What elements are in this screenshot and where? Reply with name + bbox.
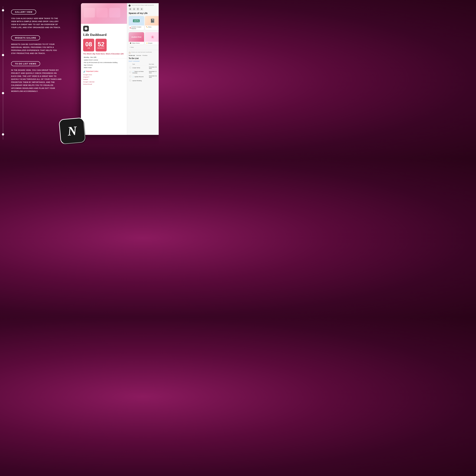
am-pm-label: AM — [87, 47, 90, 49]
space-card-student-first[interactable]: student first 🎓 Class Home — [129, 32, 144, 45]
table-icon: 📋 — [129, 52, 131, 53]
spaces-icons-row: ⊞ ★ ☰ ⊗ — [129, 7, 159, 11]
notion-app-icon — [83, 26, 89, 32]
student-first-label: 🎓 Class Home — [129, 42, 144, 45]
notion-logo-small: 🅝 — [129, 5, 131, 7]
task-name: Upload Wedding — [132, 79, 148, 82]
doc-icon: 📄 — [132, 76, 134, 77]
notion-dashboard-panel: Life Dashboard 08 AM 52 MONDAY This Week… — [81, 3, 159, 135]
due-date: December 15, 2022 — [149, 66, 159, 70]
hour-number: 08 — [85, 41, 92, 47]
feature-gallery: Gallery View You can also easily add new… — [5, 10, 62, 29]
gallery-view-tag: Gallery View — [11, 10, 36, 15]
space-card-diary[interactable]: 📓 ✏️ Diary — [145, 16, 159, 30]
col-checkbox — [129, 63, 132, 65]
timeline-dot-3 — [2, 92, 4, 94]
gallery-view-text: You can also easily add new tasks to the… — [11, 17, 62, 29]
feature-widgets: Widgets Galore Widgets can be customized… — [5, 35, 62, 55]
todo-tabs: To Do List Calendar Prioritize — [129, 55, 159, 56]
checkbox[interactable] — [130, 76, 131, 77]
tab-todo-list[interactable]: To Do List — [129, 55, 135, 56]
done-filter[interactable]: Done?: Unchecked — [129, 60, 159, 62]
links-title: Important Links: — [86, 70, 99, 72]
todo-row: Create TikTok December 15, 2022 — [129, 66, 159, 70]
left-panel: Gallery View You can also easily add new… — [5, 5, 62, 97]
widgets-galore-tag: Widgets Galore — [11, 35, 40, 40]
notion-cube-sticker: N — [60, 119, 87, 146]
diary-label: ✏️ Diary — [145, 26, 159, 28]
timeline-dot-1 — [2, 9, 4, 11]
due-date: December 18, 2022 — [149, 75, 159, 79]
spaces-panel: 🅝 You're next best thing is right around… — [127, 3, 159, 135]
school-icon: 🎓 — [130, 42, 131, 44]
day-label: MONDAY — [97, 47, 104, 49]
timeline-dot-2 — [2, 54, 4, 56]
widgets-galore-text: Widgets can be customized to fit your in… — [11, 43, 62, 55]
tab-calendar[interactable]: Calendar — [136, 55, 141, 56]
due-date: December 17, 2022 — [149, 70, 159, 74]
todo-views-tag: To-Do List Views — [11, 61, 40, 66]
star-icon[interactable]: ★ — [133, 7, 136, 11]
content-creator-image: CONTENTCREATOR — [129, 16, 144, 26]
task-name: 📄 Update Resume — [132, 75, 148, 79]
divider — [129, 50, 159, 50]
space-card-content-creator[interactable]: CONTENTCREATOR ◼ Content Creator Planner — [129, 16, 144, 30]
due-date — [149, 79, 159, 82]
todo-title: To Do List — [129, 57, 159, 60]
bookmark-icon: ◼ — [130, 27, 131, 29]
student-first-image: student first — [129, 32, 144, 42]
col-task: Task — [132, 63, 148, 65]
spaces-title: Spaces of my Life — [129, 12, 159, 15]
todo-row: 📄 Figure out these mockups December 17, … — [129, 70, 159, 74]
list-view-icon[interactable]: ☰ — [136, 7, 139, 11]
col-due: Due Date — [149, 63, 159, 65]
tab-prioritize[interactable]: Prioritize — [142, 55, 147, 56]
task-name: Create TikTok — [132, 66, 148, 70]
grid-view-icon[interactable]: ⊞ — [129, 7, 132, 11]
doc-icon: 📄 — [132, 71, 134, 72]
content-creator-label: ◼ Content Creator Planner — [129, 26, 144, 30]
todo-table: Task Due Date Create TikTok December 15,… — [129, 63, 159, 83]
minute-number: 52 — [98, 41, 104, 47]
timeline-line — [3, 6, 3, 140]
filter-icon[interactable]: ⊗ — [140, 7, 143, 11]
todo-views-text: In the board view, you can group tasks b… — [11, 69, 62, 93]
spaces-grid: CONTENTCREATOR ◼ Content Creator Planner… — [129, 16, 159, 46]
todo-row: 📄 Update Resume December 18, 2022 — [129, 75, 159, 79]
dream-image: 🌸 — [145, 32, 159, 42]
spaces-header-note: You're next best thing is right around t… — [131, 4, 154, 6]
new-space-button[interactable]: + New — [129, 46, 159, 49]
feature-todo: To-Do List Views In the board view, you … — [5, 61, 62, 93]
cube-body: N — [59, 118, 85, 144]
checkbox[interactable] — [130, 67, 131, 68]
checkbox[interactable] — [130, 71, 131, 73]
timeline-dot-4 — [2, 133, 4, 136]
pencil-icon: ✏️ — [146, 26, 148, 28]
dream-label: ✨ Dream — [145, 42, 159, 45]
minute-box: 52 MONDAY — [96, 39, 107, 51]
task-name: 📄 Figure out these mockups — [132, 70, 148, 74]
todo-row: Upload Wedding — [129, 79, 159, 82]
student-first-text: student first — [131, 36, 141, 38]
dreams-note: Dreams are only hard work manifested. — [131, 51, 152, 53]
cube-letter: N — [67, 123, 77, 138]
hour-box: 08 AM — [83, 39, 94, 51]
diary-image: 📓 — [145, 16, 159, 26]
cc-label: CONTENTCREATOR — [133, 19, 140, 22]
links-icon: 🔗 — [83, 71, 85, 73]
dream-icon: ✨ — [146, 42, 148, 44]
checkbox[interactable] — [130, 80, 131, 81]
space-card-dream[interactable]: 🌸 ✨ Dream — [145, 32, 159, 45]
